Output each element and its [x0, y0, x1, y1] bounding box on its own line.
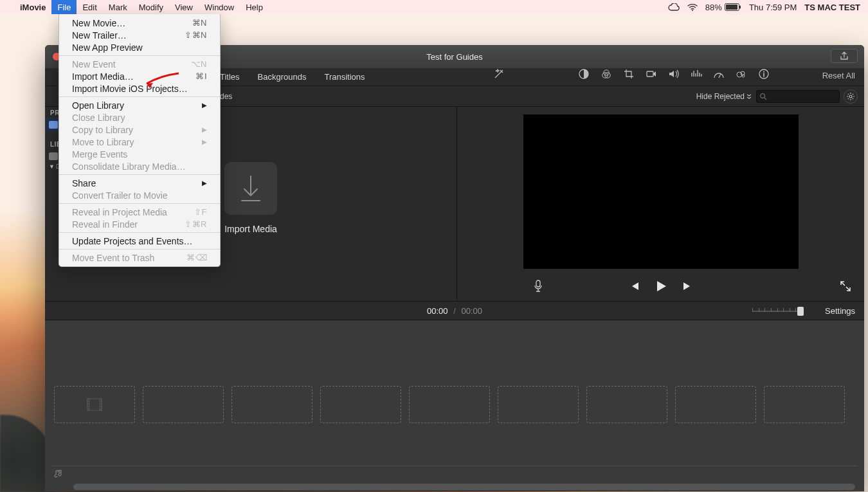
zoom-knob[interactable]	[797, 307, 804, 316]
menu-item-label: New Trailer…	[72, 30, 185, 41]
timeline-settings-button[interactable]: Settings	[825, 306, 855, 316]
battery-status[interactable]: 88%	[705, 3, 741, 12]
svg-rect-2	[726, 5, 737, 10]
hide-rejected-toggle[interactable]: Hide Rejected	[696, 92, 756, 101]
menubar-item-view[interactable]: View	[169, 0, 199, 14]
svg-rect-10	[647, 71, 653, 77]
timeline-slot[interactable]	[143, 386, 224, 423]
menubar-item-help[interactable]: Help	[240, 0, 269, 14]
reset-all-button[interactable]: Reset All	[822, 71, 855, 80]
svg-rect-3	[739, 6, 741, 9]
menu-item-convert-trailer-to-movie: Convert Trailer to Movie	[59, 189, 220, 201]
svg-point-5	[849, 95, 852, 98]
menu-item-label: New App Preview	[72, 42, 207, 53]
menu-item-import-media[interactable]: Import Media…⌘I	[59, 70, 220, 82]
submenu-arrow-icon: ▶	[202, 179, 207, 187]
share-button[interactable]	[831, 49, 858, 63]
timeline-slot[interactable]	[675, 386, 756, 423]
timecode-duration: 00:00	[461, 306, 482, 316]
menu-item-merge-events: Merge Events	[59, 148, 220, 160]
svg-rect-17	[87, 399, 89, 410]
play-button[interactable]	[654, 279, 668, 296]
tab-titles[interactable]: Titles	[220, 72, 240, 82]
menu-item-open-library[interactable]: Open Library▶	[59, 99, 220, 111]
svg-point-0	[692, 10, 693, 11]
library-icon	[49, 152, 58, 160]
svg-point-4	[761, 93, 765, 98]
menubar-item-modify[interactable]: Modify	[133, 0, 169, 14]
menubar-item-mark[interactable]: Mark	[103, 0, 133, 14]
color-correction-icon[interactable]	[601, 68, 612, 82]
timeline-zoom-slider[interactable]	[752, 307, 802, 316]
menu-item-label: Import iMovie iOS Projects…	[72, 84, 207, 94]
menu-item-label: Import Media…	[72, 71, 195, 82]
menu-item-update-projects-and-events[interactable]: Update Projects and Events…	[59, 235, 220, 247]
menu-item-label: Convert Trailer to Movie	[72, 190, 207, 201]
timeline-slot[interactable]	[54, 386, 135, 423]
timeline-audio-track[interactable]	[51, 466, 858, 480]
tab-transitions[interactable]: Transitions	[324, 72, 365, 82]
menu-item-label: Share	[72, 178, 202, 188]
video-effects-icon[interactable]	[736, 69, 747, 82]
volume-icon[interactable]	[668, 69, 680, 82]
menu-shortcut: ⌥N	[191, 59, 207, 69]
creative-cloud-icon[interactable]	[668, 3, 680, 11]
timeline-scrollbar[interactable]	[73, 484, 855, 490]
import-media-tile[interactable]	[224, 162, 277, 215]
menubar-user[interactable]: TS MAC TEST	[804, 3, 860, 12]
music-note-icon	[54, 469, 63, 478]
tab-backgrounds[interactable]: Backgrounds	[258, 72, 307, 82]
menu-item-label: Reveal in Project Media	[72, 207, 194, 217]
noise-reduction-icon[interactable]	[691, 69, 702, 82]
next-button[interactable]	[682, 281, 694, 294]
menu-item-move-to-library: Move to Library▶	[59, 136, 220, 148]
timeline-slot[interactable]	[586, 386, 667, 423]
magic-wand-icon[interactable]	[493, 68, 505, 80]
mac-menubar: iMovie File Edit Mark Modify View Window…	[0, 0, 868, 14]
timeline-slot[interactable]	[764, 386, 845, 423]
stabilization-icon[interactable]	[646, 69, 657, 81]
timeline-slot[interactable]	[498, 386, 579, 423]
menu-item-close-library: Close Library	[59, 111, 220, 123]
menu-item-share[interactable]: Share▶	[59, 177, 220, 189]
menu-item-new-trailer[interactable]: New Trailer…⇧⌘N	[59, 29, 220, 41]
search-input[interactable]	[756, 90, 840, 103]
import-media-label: Import Media	[224, 224, 277, 234]
menu-item-label: Consolidate Library Media…	[72, 161, 207, 172]
menu-item-import-imovie-ios-projects[interactable]: Import iMovie iOS Projects…	[59, 82, 220, 95]
menu-shortcut: ⌘⌫	[186, 253, 207, 262]
crop-icon[interactable]	[623, 68, 635, 82]
wifi-icon[interactable]	[687, 3, 698, 11]
menu-item-new-movie[interactable]: New Movie…⌘N	[59, 17, 220, 29]
fullscreen-button[interactable]	[840, 280, 851, 295]
voiceover-button[interactable]	[533, 280, 543, 295]
submenu-arrow-icon: ▶	[202, 138, 207, 145]
menu-item-reveal-in-finder: Reveal in Finder⇧⌘R	[59, 218, 220, 230]
menu-item-new-app-preview[interactable]: New App Preview	[59, 41, 220, 53]
info-icon[interactable]	[758, 68, 770, 82]
timeline-slot[interactable]	[409, 386, 490, 423]
menu-shortcut: ⇧⌘N	[185, 30, 207, 40]
project-icon	[49, 121, 58, 129]
color-balance-icon[interactable]	[578, 68, 590, 82]
timeline-slot[interactable]	[231, 386, 312, 423]
menu-item-reveal-in-project-media: Reveal in Project Media⇧F	[59, 206, 220, 218]
menubar-clock[interactable]: Thu 7:59 PM	[749, 3, 797, 12]
menubar-item-window[interactable]: Window	[199, 0, 240, 14]
menubar-app[interactable]: iMovie	[14, 0, 51, 14]
menubar-item-file[interactable]: File	[51, 0, 77, 14]
timeline[interactable]	[45, 320, 864, 491]
menu-shortcut: ⌘I	[195, 71, 207, 81]
prev-button[interactable]	[628, 281, 640, 294]
menu-item-label: Move to Library	[72, 137, 202, 147]
preview-pane: Reset All	[457, 107, 864, 301]
timeline-slot[interactable]	[320, 386, 401, 423]
submenu-arrow-icon: ▶	[202, 126, 207, 133]
menu-item-new-event: New Event⌥N	[59, 58, 220, 70]
browser-settings-button[interactable]	[844, 89, 858, 104]
menubar-item-edit[interactable]: Edit	[77, 0, 102, 14]
speed-icon[interactable]	[713, 69, 725, 82]
menu-shortcut: ⌘N	[192, 18, 207, 28]
menu-item-label: Open Library	[72, 100, 202, 111]
video-viewer[interactable]	[523, 114, 799, 269]
